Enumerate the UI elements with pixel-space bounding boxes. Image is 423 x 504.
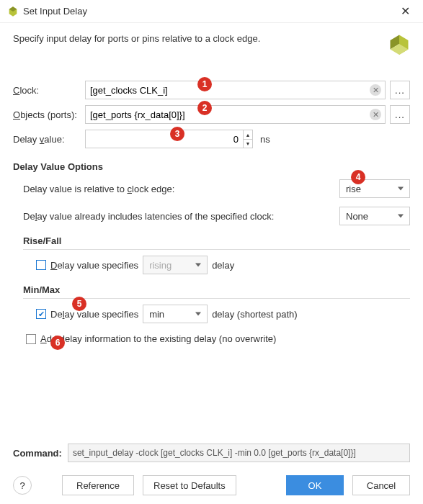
latencies-select[interactable]: None (339, 207, 410, 225)
close-icon[interactable]: ✕ (395, 3, 416, 19)
callout-marker-5: 5 (72, 297, 86, 311)
clock-label: Clock: (13, 85, 85, 96)
help-button[interactable]: ? (13, 476, 32, 495)
app-icon (7, 6, 19, 17)
objects-browse-button[interactable]: ... (390, 105, 410, 124)
ok-button[interactable]: OK (286, 475, 344, 495)
command-output[interactable] (68, 444, 410, 462)
footer: ? Reference Reset to Defaults OK Cancel (0, 467, 423, 504)
command-label: Command: (13, 448, 62, 459)
window-title: Set Input Delay (23, 6, 395, 17)
relative-edge-select[interactable]: rise (339, 179, 410, 198)
delay-step-up-button[interactable]: ▲ (243, 130, 253, 139)
relative-edge-label: Delay value is relative to clock edge: (23, 184, 339, 194)
latencies-label: Delay value already includes latencies o… (23, 211, 339, 222)
callout-marker-4: 4 (351, 170, 365, 184)
add-delay-label: Add delay information to the existing de… (40, 333, 276, 344)
cancel-button[interactable]: Cancel (352, 475, 410, 495)
titlebar: Set Input Delay ✕ (0, 0, 423, 23)
objects-label: Objects (ports): (13, 109, 85, 120)
content-area: 1 2 3 4 5 6 Specify input delay for port… (0, 23, 423, 467)
min-max-checkbox[interactable] (36, 309, 46, 319)
delay-value-label: Delay value: (13, 134, 85, 145)
callout-marker-2: 2 (197, 101, 212, 115)
rise-fall-checkbox[interactable] (36, 260, 46, 270)
min-max-select[interactable]: min (143, 305, 208, 323)
delay-value-input[interactable] (85, 130, 244, 148)
min-max-spec-label: Delay value specifies (50, 309, 138, 320)
rise-fall-select: rising (143, 256, 208, 274)
rise-fall-trailing-label: delay (212, 260, 234, 271)
clock-input[interactable] (85, 81, 386, 99)
clear-objects-icon[interactable]: ✕ (370, 109, 381, 120)
objects-input[interactable] (85, 105, 386, 124)
min-max-trailing-label: delay (shortest path) (212, 309, 298, 320)
app-logo-icon (388, 33, 410, 55)
rise-fall-spec-label: Delay value specifies (50, 260, 138, 271)
clock-browse-button[interactable]: ... (390, 81, 410, 99)
delay-unit-label: ns (260, 134, 270, 145)
callout-marker-3: 3 (170, 127, 184, 141)
dialog-description: Specify input delay for ports or pins re… (13, 33, 383, 44)
reset-defaults-button[interactable]: Reset to Defaults (143, 475, 236, 495)
delay-step-down-button[interactable]: ▼ (243, 139, 253, 148)
add-delay-checkbox[interactable] (26, 334, 36, 344)
delay-options-heading: Delay Value Options (13, 161, 410, 172)
callout-marker-1: 1 (197, 77, 212, 91)
reference-button[interactable]: Reference (62, 475, 134, 495)
rise-fall-heading: Rise/Fall (23, 235, 410, 250)
clear-clock-icon[interactable]: ✕ (370, 84, 381, 96)
callout-marker-6: 6 (50, 336, 65, 350)
